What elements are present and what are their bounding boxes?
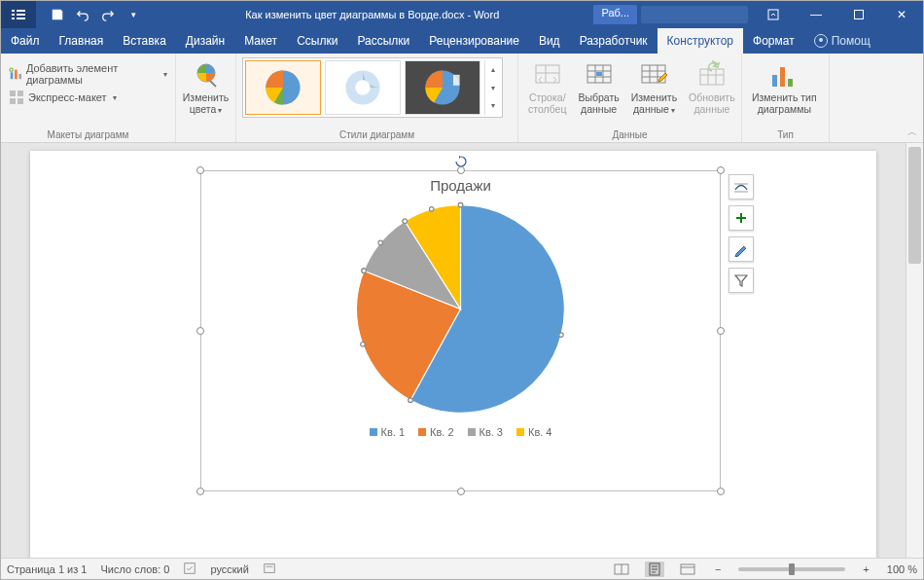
redo-button[interactable] <box>96 3 120 26</box>
tab-review[interactable]: Рецензирование <box>419 28 529 54</box>
qat-customize[interactable]: ▾ <box>122 3 145 26</box>
undo-button[interactable] <box>71 3 94 26</box>
gallery-down[interactable]: ▾ <box>485 79 500 97</box>
minimize-button[interactable]: — <box>795 1 837 28</box>
chart-floating-buttons <box>729 174 754 293</box>
zoom-slider[interactable] <box>738 567 845 571</box>
svg-rect-15 <box>18 98 23 104</box>
tell-me-search[interactable]: Помощ <box>804 28 880 54</box>
collapse-ribbon-button[interactable]: ︿ <box>907 126 917 139</box>
close-button[interactable]: ✕ <box>880 1 923 28</box>
ribbon-display-options[interactable] <box>752 1 795 28</box>
resize-handle[interactable] <box>717 166 725 174</box>
chart-title[interactable]: Продажи <box>201 171 720 194</box>
gallery-nav: ▴ ▾ ▾ <box>484 60 500 115</box>
legend-item[interactable]: Кв. 2 <box>418 426 453 438</box>
legend-item[interactable]: Кв. 3 <box>468 426 503 438</box>
window-controls: — ✕ <box>752 1 923 28</box>
svg-point-33 <box>409 398 413 403</box>
resize-handle[interactable] <box>457 488 465 495</box>
language-indicator[interactable]: русский <box>210 563 248 575</box>
layout-options-button[interactable] <box>729 174 754 199</box>
quick-layout-button[interactable]: Экспресс-макет▾ <box>7 89 169 106</box>
chart-style-3[interactable] <box>405 60 480 115</box>
document-scroll[interactable]: Продажи Кв. 1Кв. 2Кв. 3Кв. 4 <box>1 143 906 558</box>
svg-rect-28 <box>780 67 785 87</box>
save-button[interactable] <box>46 3 69 26</box>
chart-elements-button[interactable] <box>729 205 754 231</box>
chart-styles-button[interactable] <box>729 236 754 262</box>
scrollbar-thumb[interactable] <box>908 147 921 264</box>
add-chart-element-button[interactable]: Добавить элемент диаграммы▾ <box>7 61 169 87</box>
view-web-layout[interactable] <box>678 562 697 577</box>
change-colors-button[interactable]: Изменить цвета▾ <box>182 57 230 117</box>
spellcheck-icon[interactable] <box>183 562 196 577</box>
change-colors-label: Изменить цвета▾ <box>183 92 229 115</box>
tab-file[interactable]: Файл <box>1 28 50 54</box>
vertical-scrollbar[interactable] <box>906 143 923 558</box>
legend-item[interactable]: Кв. 1 <box>370 426 405 438</box>
bulb-icon <box>814 34 828 48</box>
svg-rect-47 <box>681 564 694 574</box>
select-data-button[interactable]: Выбрать данные <box>574 57 622 117</box>
group-data: Строка/ столбец Выбрать данные Изменить … <box>518 54 742 142</box>
title-bar: ▾ Как изменить цвет диаграммы в Ворде.do… <box>1 1 923 28</box>
legend-swatch <box>468 428 476 436</box>
resize-handle[interactable] <box>196 488 204 495</box>
chart-style-2[interactable] <box>325 60 401 115</box>
app-icon[interactable] <box>1 1 36 28</box>
chart-filters-button[interactable] <box>729 268 754 293</box>
svg-rect-8 <box>11 72 14 79</box>
select-data-label: Выбрать данные <box>578 92 619 115</box>
page-indicator[interactable]: Страница 1 из 1 <box>7 563 87 575</box>
resize-handle[interactable] <box>457 166 465 174</box>
tab-format[interactable]: Формат <box>743 28 804 54</box>
rotate-handle[interactable] <box>455 154 467 165</box>
chart-legend[interactable]: Кв. 1Кв. 2Кв. 3Кв. 4 <box>201 418 720 438</box>
edit-data-button[interactable]: Изменить данные▾ <box>627 57 681 117</box>
zoom-level[interactable]: 100 % <box>887 563 917 575</box>
quick-layout-label: Экспресс-макет <box>28 91 107 103</box>
gallery-up[interactable]: ▴ <box>485 60 500 79</box>
tab-mailings[interactable]: Рассылки <box>347 28 419 54</box>
change-type-icon <box>768 59 800 91</box>
macro-indicator-icon[interactable] <box>263 562 276 577</box>
ribbon-wrap: Добавить элемент диаграммы▾ Экспресс-мак… <box>1 54 923 143</box>
resize-handle[interactable] <box>196 327 204 335</box>
pie-chart[interactable] <box>351 199 570 418</box>
change-chart-type-button[interactable]: Изменить тип диаграммы <box>748 57 821 117</box>
group-chart-layouts: Добавить элемент диаграммы▾ Экспресс-мак… <box>1 54 176 142</box>
resize-handle[interactable] <box>196 166 204 174</box>
legend-item[interactable]: Кв. 4 <box>516 426 551 438</box>
tab-insert[interactable]: Вставка <box>113 28 176 54</box>
tab-developer[interactable]: Разработчик <box>570 28 657 54</box>
tab-references[interactable]: Ссылки <box>287 28 347 54</box>
legend-label: Кв. 4 <box>528 426 551 438</box>
zoom-out-button[interactable]: − <box>711 563 725 575</box>
pie-plot-area[interactable] <box>201 194 720 418</box>
add-element-label: Добавить элемент диаграммы <box>26 62 158 86</box>
svg-point-36 <box>362 269 367 273</box>
resize-handle[interactable] <box>717 327 725 335</box>
tab-home[interactable]: Главная <box>50 28 114 54</box>
gallery-more[interactable]: ▾ <box>485 96 500 115</box>
quick-access-toolbar: ▾ <box>40 3 151 26</box>
zoom-in-button[interactable]: + <box>859 563 872 575</box>
zoom-slider-thumb[interactable] <box>789 563 795 575</box>
view-read-mode[interactable] <box>612 562 631 577</box>
switch-row-col-button: Строка/ столбец <box>524 57 570 117</box>
svg-rect-5 <box>17 18 25 19</box>
tab-view[interactable]: Вид <box>529 28 570 54</box>
chart-object[interactable]: Продажи Кв. 1Кв. 2Кв. 3Кв. 4 <box>200 170 721 491</box>
view-print-layout[interactable] <box>645 562 664 577</box>
group-label-data: Данные <box>524 127 735 140</box>
tab-layout[interactable]: Макет <box>234 28 287 54</box>
group-type: Изменить тип диаграммы Тип <box>742 54 830 142</box>
maximize-button[interactable] <box>837 1 880 28</box>
chart-style-1[interactable] <box>245 60 321 115</box>
document-title: Как изменить цвет диаграммы в Ворде.docx… <box>151 9 593 20</box>
word-count[interactable]: Число слов: 0 <box>100 563 169 575</box>
tab-design[interactable]: Дизайн <box>176 28 234 54</box>
tab-constructor[interactable]: Конструктор <box>657 28 743 54</box>
resize-handle[interactable] <box>717 488 725 495</box>
